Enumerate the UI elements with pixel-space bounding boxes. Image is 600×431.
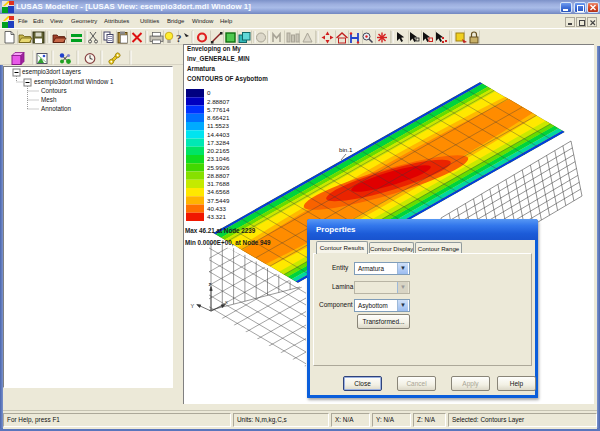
svg-text:?: ? [176, 32, 182, 44]
svg-text:bin.1: bin.1 [339, 146, 353, 153]
svg-text:x: x [225, 299, 228, 305]
svg-text:Y: Y [191, 303, 195, 309]
svg-text:z: z [209, 281, 212, 287]
